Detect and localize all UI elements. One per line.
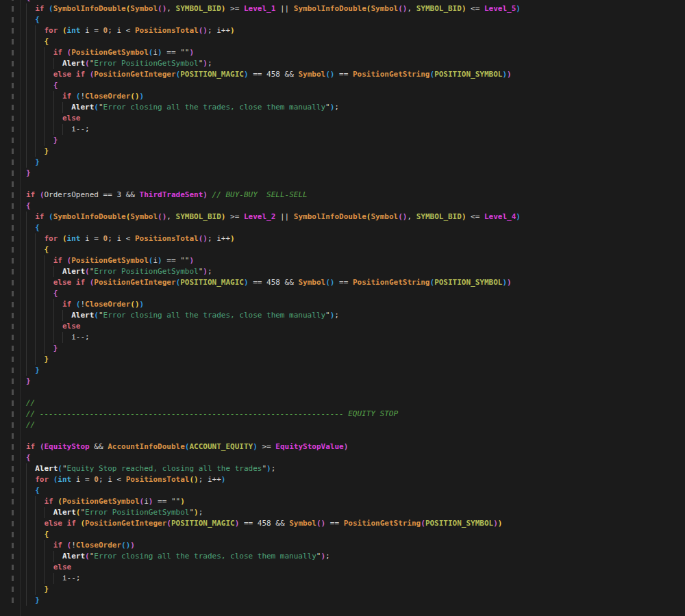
code-line-21[interactable]: if (SymbolInfoDouble(Symbol(), SYMBOL_BI…: [21, 211, 685, 222]
code-lines[interactable]: {if (SymbolInfoDouble(Symbol(), SYMBOL_B…: [21, 0, 685, 606]
code-line-53[interactable]: else: [21, 562, 685, 573]
code-line-5[interactable]: {: [21, 36, 685, 47]
indent-guide: [35, 233, 36, 244]
code-line-22[interactable]: {: [21, 222, 685, 233]
indent-guide: [26, 496, 27, 507]
code-token: Alert: [71, 103, 94, 112]
code-line-text: //: [21, 398, 35, 409]
code-line-33[interactable]: }: [21, 343, 685, 354]
code-line-25[interactable]: if (PositionGetSymbol(i) == ""): [21, 255, 685, 266]
code-line-28[interactable]: {: [21, 288, 685, 299]
code-token: ; i <: [108, 26, 135, 35]
code-line-42[interactable]: if (EquityStop && AccountInfoDouble(ACCO…: [21, 441, 685, 452]
code-line-10[interactable]: if (!CloseOrder()): [21, 91, 685, 102]
code-token: "": [180, 256, 189, 265]
code-line-26[interactable]: Alert("Error PositionGetSymbol");: [21, 266, 685, 277]
code-token: }: [35, 365, 40, 374]
code-token: [49, 475, 53, 484]
code-line-15[interactable]: }: [21, 146, 685, 157]
code-line-text: if (SymbolInfoDouble(Symbol(), SYMBOL_BI…: [21, 3, 521, 14]
code-token: (: [58, 464, 62, 473]
code-token: Symbol: [289, 519, 316, 528]
indent-guide: [26, 299, 27, 310]
code-token: ": [99, 103, 103, 112]
code-line-6[interactable]: if (PositionGetSymbol(i) == ""): [21, 47, 685, 58]
code-line-44[interactable]: Alert("Equity Stop reached, closing all …: [21, 463, 685, 474]
code-line-29[interactable]: if (!CloseOrder()): [21, 299, 685, 310]
code-line-12[interactable]: else: [21, 113, 685, 124]
code-line-56[interactable]: }: [21, 595, 685, 606]
code-line-4[interactable]: for (int i = 0; i < PositionsTotal(); i+…: [21, 25, 685, 36]
indent-guide: [53, 266, 54, 277]
code-line-48[interactable]: Alert("Error PositionGetSymbol");: [21, 507, 685, 518]
code-line-27[interactable]: else if (PositionGetInteger(POSITION_MAG…: [21, 277, 685, 288]
code-line-38[interactable]: //: [21, 398, 685, 409]
code-line-43[interactable]: {: [21, 452, 685, 463]
indent-guide: [35, 69, 36, 80]
code-line-19[interactable]: if (OrdersOpened == 3 && ThirdTradeSent)…: [21, 190, 685, 201]
code-line-45[interactable]: for (int i = 0; i < PositionsTotal(); i+…: [21, 474, 685, 485]
code-line-18[interactable]: [21, 179, 685, 190]
code-line-35[interactable]: }: [21, 365, 685, 376]
code-editor[interactable]: {if (SymbolInfoDouble(Symbol(), SYMBOL_B…: [0, 0, 685, 616]
code-line-50[interactable]: {: [21, 529, 685, 540]
code-token: PositionsTotal: [135, 26, 199, 35]
code-line-9[interactable]: {: [21, 80, 685, 91]
code-line-47[interactable]: if (PositionGetSymbol(i) == ""): [21, 496, 685, 507]
code-line-37[interactable]: [21, 387, 685, 398]
code-line-54[interactable]: i--;: [21, 573, 685, 584]
indent-guide: [26, 47, 27, 58]
code-token: // BUY-BUY SELL-SELL: [212, 190, 308, 199]
line-number-clipped: [12, 39, 14, 44]
indent-guide: [26, 354, 27, 365]
indent-guide: [35, 562, 36, 573]
code-line-2[interactable]: if (SymbolInfoDouble(Symbol(), SYMBOL_BI…: [21, 3, 685, 14]
code-line-52[interactable]: Alert("Error closing all the trades, clo…: [21, 551, 685, 562]
code-line-24[interactable]: {: [21, 244, 685, 255]
code-line-55[interactable]: }: [21, 584, 685, 595]
code-line-7[interactable]: Alert("Error PositionGetSymbol");: [21, 58, 685, 69]
code-token: else: [44, 519, 62, 528]
code-line-text: //: [21, 420, 35, 431]
code-line-17[interactable]: }: [21, 168, 685, 179]
code-token: (): [158, 4, 166, 13]
line-number-clipped: [12, 532, 14, 537]
indent-guide: [53, 113, 54, 124]
line-number-clipped: [12, 411, 14, 417]
indent-guide: [35, 146, 36, 157]
code-line-14[interactable]: }: [21, 135, 685, 146]
code-token: {: [53, 289, 58, 298]
code-line-32[interactable]: i--;: [21, 332, 685, 343]
code-line-36[interactable]: }: [21, 376, 685, 387]
indent-guide: [35, 321, 36, 332]
code-line-31[interactable]: else: [21, 321, 685, 332]
code-line-46[interactable]: {: [21, 485, 685, 496]
line-number-clipped: [12, 444, 14, 450]
code-line-41[interactable]: [21, 431, 685, 441]
code-line-34[interactable]: }: [21, 354, 685, 365]
code-line-39[interactable]: // -------------------------------------…: [21, 409, 685, 420]
code-line-23[interactable]: for (int i = 0; i < PositionsTotal(); i+…: [21, 233, 685, 244]
code-token: CloseOrder: [85, 300, 130, 309]
code-token: else: [62, 114, 81, 123]
code-line-3[interactable]: {: [21, 14, 685, 25]
code-line-49[interactable]: else if (PositionGetInteger(POSITION_MAG…: [21, 518, 685, 529]
code-token: int: [67, 234, 81, 243]
code-token: Error closing all the trades, close them…: [103, 103, 326, 112]
code-line-16[interactable]: }: [21, 157, 685, 168]
indent-guide: [44, 332, 45, 343]
code-line-13[interactable]: i--;: [21, 124, 685, 135]
code-line-51[interactable]: if (!CloseOrder()): [21, 540, 685, 551]
code-token: ;: [325, 552, 330, 561]
code-line-40[interactable]: //: [21, 420, 685, 431]
code-token: ): [493, 519, 498, 528]
code-line-20[interactable]: {: [21, 201, 685, 211]
code-line-text: }: [21, 595, 40, 606]
code-line-30[interactable]: Alert("Error closing all the trades, clo…: [21, 310, 685, 321]
code-token: POSITION_MAGIC: [171, 519, 235, 528]
code-token: {: [26, 453, 31, 462]
code-line-11[interactable]: Alert("Error closing all the trades, clo…: [21, 102, 685, 113]
code-token: [58, 234, 62, 243]
code-line-8[interactable]: else if (PositionGetInteger(POSITION_MAG…: [21, 69, 685, 80]
code-token: for: [44, 234, 58, 243]
